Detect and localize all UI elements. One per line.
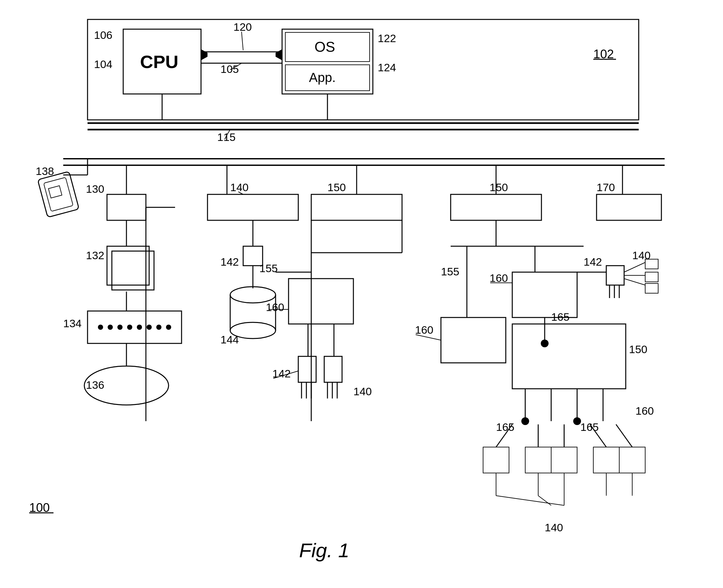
- svg-marker-8: [201, 49, 207, 60]
- label-160c: 160: [636, 405, 654, 417]
- svg-point-30: [127, 324, 132, 330]
- svg-rect-39: [38, 171, 79, 217]
- svg-rect-96: [512, 324, 626, 389]
- label-170: 170: [597, 181, 615, 193]
- label-160b: 160: [489, 272, 508, 284]
- label-140d: 140: [545, 521, 563, 533]
- svg-line-90: [624, 262, 645, 272]
- svg-rect-24: [112, 251, 154, 290]
- label-165b: 165: [496, 421, 515, 433]
- svg-rect-112: [619, 447, 645, 473]
- cpu-label: CPU: [140, 51, 178, 72]
- label-120: 120: [234, 21, 252, 33]
- svg-rect-19: [107, 194, 146, 220]
- diagram-container: 102 CPU 106 104 OS App. 122 124 120 105 …: [0, 0, 723, 588]
- svg-rect-23: [107, 246, 149, 285]
- svg-rect-111: [593, 447, 619, 473]
- label-138: 138: [36, 165, 54, 177]
- label-140b: 140: [354, 385, 372, 398]
- label-142c: 142: [584, 256, 602, 268]
- label-140c: 140: [632, 249, 651, 261]
- svg-rect-94: [645, 272, 658, 282]
- label-106: 106: [94, 29, 113, 41]
- svg-line-92: [624, 279, 645, 285]
- svg-rect-95: [645, 284, 658, 293]
- label-150a: 150: [327, 181, 346, 193]
- label-150c: 150: [629, 343, 647, 355]
- svg-rect-108: [483, 447, 509, 473]
- svg-point-34: [166, 324, 171, 330]
- label-144: 144: [220, 333, 239, 346]
- svg-point-101: [521, 417, 529, 425]
- label-165c: 165: [580, 421, 599, 433]
- svg-point-31: [137, 324, 142, 330]
- svg-rect-68: [324, 356, 342, 382]
- svg-point-84: [541, 339, 548, 347]
- fig-caption: Fig. 1: [299, 539, 349, 562]
- label-104: 104: [94, 58, 113, 70]
- svg-rect-86: [606, 266, 624, 285]
- svg-rect-82: [441, 317, 506, 363]
- label-155b: 155: [441, 265, 459, 278]
- svg-point-33: [156, 324, 161, 330]
- svg-point-29: [117, 324, 123, 330]
- svg-rect-41: [48, 186, 62, 198]
- svg-rect-59: [288, 279, 354, 324]
- svg-line-118: [496, 496, 564, 505]
- svg-rect-72: [451, 194, 541, 220]
- app-label: App.: [309, 70, 336, 85]
- label-134: 134: [63, 317, 82, 330]
- svg-rect-109: [525, 447, 551, 473]
- svg-rect-54: [311, 194, 402, 220]
- svg-point-32: [146, 324, 152, 330]
- svg-point-48: [230, 287, 276, 303]
- label-130: 130: [86, 183, 104, 195]
- label-165a: 165: [551, 311, 570, 323]
- os-label: OS: [315, 39, 335, 55]
- label-150b: 150: [489, 181, 508, 193]
- label-155a: 155: [259, 262, 278, 274]
- svg-rect-110: [551, 447, 577, 473]
- svg-point-27: [98, 324, 103, 330]
- label-115: 115: [217, 131, 236, 143]
- svg-line-10: [242, 32, 243, 50]
- label-160d: 160: [415, 324, 434, 336]
- svg-rect-63: [298, 356, 316, 382]
- label-124: 124: [378, 61, 396, 74]
- label-140a: 140: [230, 181, 249, 193]
- label-105: 105: [220, 63, 239, 75]
- svg-point-28: [108, 324, 113, 330]
- svg-point-102: [573, 417, 581, 425]
- svg-line-107: [616, 424, 632, 447]
- label-122: 122: [378, 32, 396, 44]
- svg-rect-76: [597, 194, 661, 220]
- label-136: 136: [86, 379, 104, 391]
- svg-rect-40: [44, 177, 73, 211]
- label-142a: 142: [220, 256, 239, 268]
- svg-line-119: [538, 496, 551, 505]
- label-160a: 160: [266, 301, 284, 313]
- label-132: 132: [86, 249, 104, 261]
- svg-rect-43: [207, 194, 298, 220]
- svg-marker-9: [276, 49, 282, 60]
